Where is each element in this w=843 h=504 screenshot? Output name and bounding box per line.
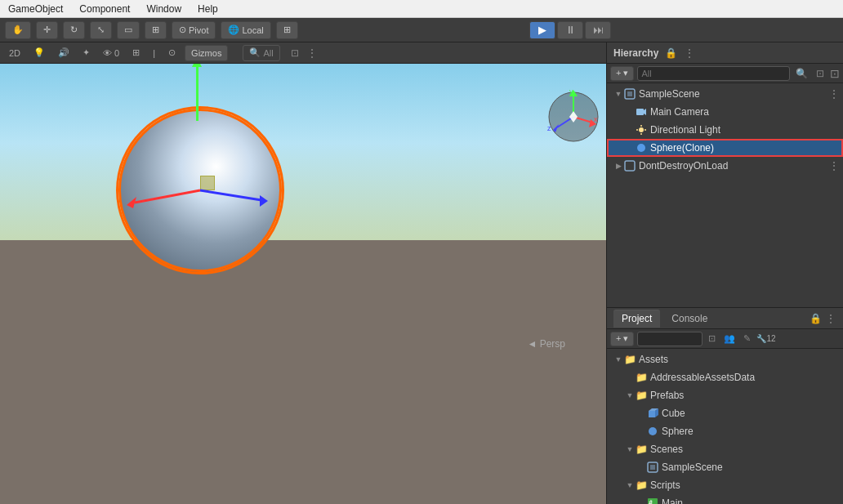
svg-text:y: y <box>569 88 573 96</box>
arrow-scenes[interactable]: ▼ <box>625 444 635 454</box>
project-more-icon[interactable]: ⋮ <box>825 312 836 325</box>
gizmos-btn[interactable]: Gizmos <box>185 45 228 61</box>
hierarchy-add-btn[interactable]: + ▾ <box>610 66 634 81</box>
hierarchy-search[interactable] <box>637 66 790 81</box>
folder-icon-scenes: 📁 <box>635 443 648 456</box>
scene-icon <box>623 87 636 100</box>
menu-component[interactable]: Component <box>76 3 133 15</box>
folder-icon-scripts: 📁 <box>635 479 648 492</box>
local-btn[interactable]: 🌐 Local <box>221 21 270 39</box>
main-toolbar: ✋ ✛ ↻ ⤡ ▭ ⊞ ⊙ Pivot 🌐 Local ⊞ ▶ ⏸ ⏭ <box>0 18 843 42</box>
hidden-btn[interactable]: 👁 0 <box>99 47 123 59</box>
search-icon: 🔍 <box>249 47 261 58</box>
lighting-btn[interactable]: 💡 <box>29 47 49 59</box>
folder-icon-assets: 📁 <box>623 353 636 366</box>
play-button[interactable]: ▶ <box>529 21 555 39</box>
svg-point-28 <box>649 427 657 435</box>
sphere-icon <box>635 141 648 154</box>
hierarchy-icon2[interactable]: ⊡ <box>814 67 827 80</box>
tree-item-maincamera[interactable]: ▶ Main Camera <box>607 103 843 121</box>
folder-icon-prefabs: 📁 <box>635 389 648 402</box>
project-search[interactable] <box>637 332 702 346</box>
svg-point-18 <box>639 127 644 132</box>
svg-line-0 <box>135 190 200 203</box>
transform-tool-btn[interactable]: ⊞ <box>145 21 167 39</box>
pivot-btn[interactable]: ⊙ Pivot <box>172 21 216 39</box>
tree-item-samplescene[interactable]: ▼ SampleScene ⋮ <box>607 85 843 103</box>
tree-item-sphereclone[interactable]: ▶ Sphere(Clone) <box>607 139 843 157</box>
label-dirlight: Directional Light <box>650 124 720 136</box>
arrow-dontdestroy[interactable]: ▶ <box>613 161 623 171</box>
more-btn[interactable]: ⊙ <box>164 47 180 59</box>
rect-tool-btn[interactable]: ▭ <box>117 21 140 39</box>
scale-tool-btn[interactable]: ⤡ <box>90 21 112 39</box>
audio-btn[interactable]: 🔊 <box>54 47 74 59</box>
tree-item-sphere-asset[interactable]: ▶ Sphere <box>607 422 843 440</box>
dontdestroy-dots[interactable]: ⋮ <box>828 159 840 172</box>
tree-item-main-script[interactable]: ▶ # Main <box>607 494 843 504</box>
project-icon3[interactable]: ✎ <box>741 332 753 345</box>
arrow-prefabs[interactable]: ▼ <box>625 390 635 400</box>
tree-item-prefabs[interactable]: ▼ 📁 Prefabs <box>607 386 843 404</box>
scene-view[interactable]: 2D 💡 🔊 ✦ 👁 0 ⊞ | ⊙ Gizmos 🔍 All ⊡ ⋮ <box>0 42 606 504</box>
menu-gameobject[interactable]: GameObject <box>5 3 66 15</box>
gizmo-svg <box>118 109 282 272</box>
svg-point-23 <box>637 144 645 152</box>
orientation-gizmo[interactable]: y x z <box>545 88 602 145</box>
menu-help[interactable]: Help <box>194 3 221 15</box>
project-icon2[interactable]: 👥 <box>721 332 738 345</box>
tab-project[interactable]: Project <box>613 310 660 328</box>
tree-item-samplescene-asset[interactable]: ▶ SampleScene <box>607 458 843 476</box>
hierarchy-more-icon[interactable]: ⋮ <box>684 47 695 60</box>
tree-item-dontdestroy[interactable]: ▶ DontDestroyOnLoad ⋮ <box>607 157 843 175</box>
label-scripts: Scripts <box>650 479 680 491</box>
grid-btn[interactable]: ⊞ <box>276 21 298 39</box>
bottom-panel: Project Console 🔒 ⋮ + ▾ ⊡ 👥 ✎ 🔧12 <box>607 308 843 504</box>
grid-tool-btn[interactable]: ⊞ <box>128 47 144 59</box>
arrow-assets[interactable]: ▼ <box>613 355 623 364</box>
play-controls: ▶ ⏸ ⏭ <box>529 21 611 39</box>
cube-icon <box>646 407 659 420</box>
tree-item-directionallight[interactable]: ▶ Directional Light <box>607 121 843 139</box>
project-lock-icon[interactable]: 🔒 <box>810 313 822 324</box>
pause-button[interactable]: ⏸ <box>557 21 583 39</box>
tree-item-addressable[interactable]: ▶ 📁 AddressableAssetsData <box>607 368 843 386</box>
tree-item-scenes[interactable]: ▼ 📁 Scenes <box>607 440 843 458</box>
sphere-object[interactable] <box>118 109 282 272</box>
scene-more-icon[interactable]: ⋮ <box>306 47 318 60</box>
svg-line-2 <box>200 190 261 200</box>
all-btn[interactable]: 🔍 All <box>243 45 279 61</box>
tree-item-scripts[interactable]: ▼ 📁 Scripts <box>607 476 843 494</box>
step-button[interactable]: ⏭ <box>585 21 611 39</box>
samplescene-dots[interactable]: ⋮ <box>828 87 840 100</box>
hierarchy-toolbar: + ▾ 🔍 ⊡ ⊡ <box>607 64 843 83</box>
arrow-samplescene[interactable]: ▼ <box>613 89 623 99</box>
fx-btn[interactable]: ✦ <box>78 47 94 59</box>
sphere-asset-icon <box>646 425 659 438</box>
hierarchy-icon1[interactable]: 🔍 <box>793 67 810 80</box>
hierarchy-panel: Hierarchy 🔒 ⋮ + ▾ 🔍 ⊡ ⊡ ▼ S <box>607 42 843 308</box>
tree-item-assets[interactable]: ▼ 📁 Assets <box>607 350 843 368</box>
scene-asset-icon <box>646 461 659 474</box>
bottom-tab-icons: 🔒 ⋮ <box>810 312 836 325</box>
hand-tool-btn[interactable]: ✋ <box>5 21 31 39</box>
menu-window[interactable]: Window <box>143 3 185 15</box>
project-badge: 🔧12 <box>756 334 775 343</box>
hierarchy-lock-icon[interactable]: 🔒 <box>665 47 677 59</box>
project-add-btn[interactable]: + ▾ <box>610 332 634 346</box>
scene-expand-btn[interactable]: ⊡ <box>288 47 301 60</box>
move-tool-btn[interactable]: ✛ <box>36 21 58 39</box>
local-icon: 🌐 <box>228 25 239 35</box>
tree-item-cube[interactable]: ▶ Cube <box>607 404 843 422</box>
tab-console[interactable]: Console <box>663 310 716 328</box>
project-icon1[interactable]: ⊡ <box>706 332 718 345</box>
rotate-tool-btn[interactable]: ↻ <box>63 21 85 39</box>
label-samplescene: SampleScene <box>639 88 700 100</box>
hierarchy-expand-icon[interactable]: ⊡ <box>830 67 840 80</box>
arrow-scripts[interactable]: ▼ <box>625 480 635 490</box>
svg-rect-24 <box>625 161 635 171</box>
label-cube: Cube <box>662 408 685 419</box>
right-panel: Hierarchy 🔒 ⋮ + ▾ 🔍 ⊡ ⊡ ▼ S <box>606 42 843 504</box>
2d-btn[interactable]: 2D <box>5 47 25 59</box>
project-tree: ▼ 📁 Assets ▶ 📁 AddressableAssetsData ▼ <box>607 349 843 504</box>
